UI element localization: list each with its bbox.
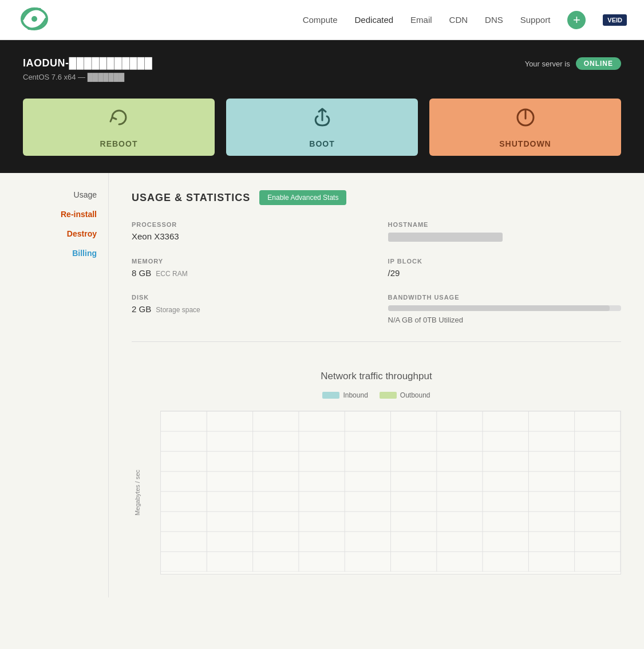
nav-email[interactable]: Email <box>410 15 432 25</box>
server-status: Your server is ONLINE <box>525 57 621 70</box>
stats-header: USAGE & STATISTICS Enable Advanced Stats <box>132 190 621 205</box>
memory-unit: ECC RAM <box>156 270 187 278</box>
sidebar: Usage Re-install Destroy Billing <box>0 173 109 597</box>
stats-title: USAGE & STATISTICS <box>132 192 250 204</box>
boot-icon <box>311 106 334 132</box>
y-axis-label: Megabytes / sec <box>134 470 141 516</box>
shutdown-button[interactable]: SHUTDOWN <box>429 99 621 156</box>
sidebar-item-usage[interactable]: Usage <box>11 190 97 199</box>
bandwidth-bar <box>388 305 622 311</box>
main-content: Usage Re-install Destroy Billing USAGE &… <box>0 173 644 597</box>
status-label: Your server is <box>525 60 570 68</box>
boot-label: BOOT <box>309 139 334 148</box>
shutdown-label: SHUTDOWN <box>499 139 551 148</box>
chart-container: 1.0 0.9 0.8 0.7 0.6 0.5 0.4 0.3 <box>160 411 621 575</box>
stat-ip-block: IP BLOCK /29 <box>388 258 622 278</box>
legend-outbound-color <box>380 392 397 399</box>
enable-advanced-stats-button[interactable]: Enable Advanced Stats <box>259 190 346 205</box>
server-hero: IAODUN-███████████ CentOS 7.6 x64 — ████… <box>0 40 644 173</box>
bandwidth-text: N/A GB of 0TB Utilized <box>388 316 622 324</box>
chart-section: Network traffic throughput Inbound Outbo… <box>109 371 644 597</box>
legend-inbound-label: Inbound <box>343 391 368 399</box>
hostname-redacted <box>388 233 503 242</box>
disk-value: 2 GB Storage space <box>132 304 365 314</box>
ip-block-label: IP BLOCK <box>388 258 622 265</box>
sidebar-item-destroy[interactable]: Destroy <box>11 229 97 238</box>
nav-dedicated[interactable]: Dedicated <box>355 15 394 25</box>
nav-cdn[interactable]: CDN <box>449 15 468 25</box>
stat-processor: PROCESSOR Xeon X3363 <box>132 221 365 242</box>
reboot-icon <box>108 106 131 132</box>
hostname-label: HOSTNAME <box>388 221 622 228</box>
disk-unit: Storage space <box>156 306 200 314</box>
processor-value: Xeon X3363 <box>132 231 365 241</box>
nav-dns[interactable]: DNS <box>485 15 503 25</box>
reboot-label: REBOOT <box>100 139 138 148</box>
chart-wrapper: Megabytes / sec <box>132 411 621 575</box>
stats-panel: USAGE & STATISTICS Enable Advanced Stats… <box>109 173 644 371</box>
legend-outbound: Outbound <box>380 391 430 399</box>
stat-disk: DISK 2 GB Storage space <box>132 294 365 324</box>
legend-outbound-label: Outbound <box>400 391 430 399</box>
stat-memory: MEMORY 8 GB ECC RAM <box>132 258 365 278</box>
nav-badge: VEID <box>603 14 627 26</box>
logo <box>17 5 74 36</box>
chart-title: Network traffic throughput <box>132 371 621 382</box>
nav-support[interactable]: Support <box>520 15 551 25</box>
boot-button[interactable]: BOOT <box>226 99 418 156</box>
chart-legend: Inbound Outbound <box>132 391 621 399</box>
legend-inbound-color <box>322 392 339 399</box>
status-badge: ONLINE <box>576 57 621 70</box>
reboot-button[interactable]: REBOOT <box>23 99 215 156</box>
stats-grid: PROCESSOR Xeon X3363 HOSTNAME MEMORY 8 G… <box>132 221 621 324</box>
sidebar-item-reinstall[interactable]: Re-install <box>11 210 97 219</box>
nav-plus-button[interactable]: + <box>567 11 586 29</box>
shutdown-icon <box>514 106 537 132</box>
memory-value: 8 GB ECC RAM <box>132 268 365 278</box>
stat-bandwidth: BANDWIDTH USAGE N/A GB of 0TB Utilized <box>388 294 622 324</box>
disk-label: DISK <box>132 294 365 301</box>
bandwidth-fill <box>388 305 610 311</box>
legend-inbound: Inbound <box>322 391 368 399</box>
hostname-value <box>388 231 622 242</box>
sidebar-item-billing[interactable]: Billing <box>11 249 97 258</box>
nav: Compute Dedicated Email CDN DNS Support … <box>303 11 627 29</box>
header: Compute Dedicated Email CDN DNS Support … <box>0 0 644 40</box>
processor-label: PROCESSOR <box>132 221 365 228</box>
stat-hostname: HOSTNAME <box>388 221 622 242</box>
nav-compute[interactable]: Compute <box>303 15 338 25</box>
memory-label: MEMORY <box>132 258 365 265</box>
action-buttons: REBOOT BOOT SHUTDOWN <box>23 99 621 156</box>
svg-point-1 <box>31 16 37 22</box>
ip-block-value: /29 <box>388 268 622 278</box>
bandwidth-label: BANDWIDTH USAGE <box>388 294 622 301</box>
server-subtitle: CentOS 7.6 x64 — ███████ <box>23 73 621 81</box>
divider <box>132 341 621 342</box>
